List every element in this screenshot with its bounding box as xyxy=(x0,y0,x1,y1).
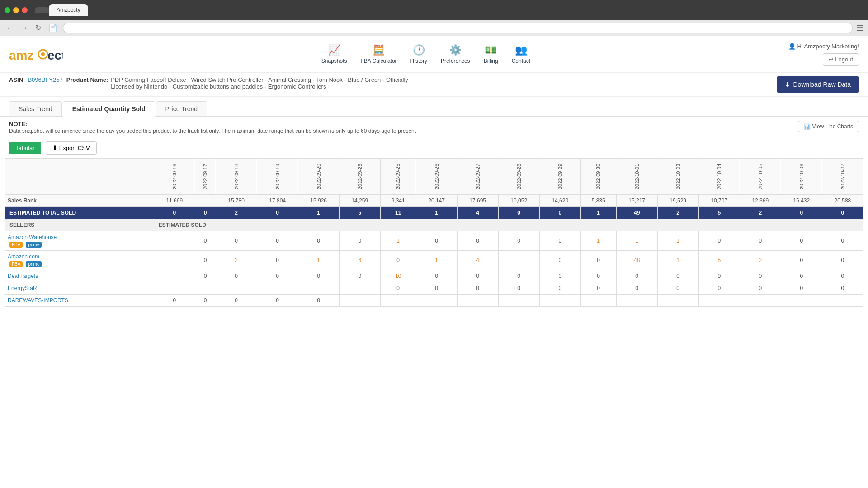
refresh-button[interactable]: ↻ xyxy=(33,23,43,33)
seller-value-cell: 0 xyxy=(498,270,539,282)
estimated-total-value: 2 xyxy=(216,207,257,219)
sales-rank-value: 17,804 xyxy=(257,195,298,207)
nav-snapshots[interactable]: 📈 Snapshots xyxy=(321,44,347,64)
seller-value-cell: 0 xyxy=(457,282,498,295)
seller-value-cell xyxy=(154,251,195,270)
snapshots-icon: 📈 xyxy=(328,44,340,56)
sales-rank-value: 10,052 xyxy=(498,195,539,207)
svg-text:amz: amz xyxy=(9,48,33,62)
seller-value-cell: 0 xyxy=(781,282,822,295)
nav-history[interactable]: 🕐 History xyxy=(410,44,427,64)
sellers-column-header: SELLERS xyxy=(5,219,154,231)
sales-rank-value: 20,147 xyxy=(416,195,457,207)
seller-value-cell: 0 xyxy=(580,251,616,270)
nav-preferences[interactable]: ⚙️ Preferences xyxy=(441,44,470,64)
seller-value-cell: 0 xyxy=(257,295,298,307)
seller-value-cell: 0 xyxy=(781,270,822,282)
seller-name-link[interactable]: Deal Targets xyxy=(8,273,151,279)
download-raw-data-button[interactable]: ⬇ Download Raw Data xyxy=(777,76,859,93)
maximize-button[interactable] xyxy=(5,7,10,13)
nav-fba-calculator[interactable]: 🧮 FBA Calculator xyxy=(361,44,397,64)
seller-value-cell xyxy=(257,282,298,295)
export-csv-button[interactable]: ⬇ Export CSV xyxy=(46,141,97,155)
home-button[interactable]: 📄 xyxy=(47,23,59,33)
seller-name-link[interactable]: EnergyStaR xyxy=(8,285,151,291)
asin-item: ASIN: B096BFY257 xyxy=(9,76,63,90)
seller-value-cell xyxy=(416,295,457,307)
tabular-button[interactable]: Tabular xyxy=(9,142,41,154)
product-name-item: Product Name: PDP Gaming Faceoff Deluxe+… xyxy=(66,76,427,90)
seller-value-cell: 0 xyxy=(616,270,657,282)
billing-icon: 💵 xyxy=(485,44,497,56)
seller-name-cell: Amazon.comFBAprime xyxy=(5,251,154,270)
app-container: amz ecty 📈 Snapshots 🧮 FBA Calculator 🕐 … xyxy=(0,36,868,488)
seller-value-cell: 0 xyxy=(822,270,863,282)
nav-billing[interactable]: 💵 Billing xyxy=(484,44,498,64)
date-column-header: 2022-10-05 xyxy=(740,159,781,195)
seller-value-cell xyxy=(216,282,257,295)
seller-value-cell: 0 xyxy=(457,231,498,251)
svg-point-2 xyxy=(41,52,45,56)
estimated-total-value: 0 xyxy=(781,207,822,219)
seller-value-cell xyxy=(195,282,216,295)
date-column-header: 2022-09-16 xyxy=(154,159,195,195)
seller-value-cell: 0 xyxy=(339,270,380,282)
active-tab[interactable]: Amzpecty xyxy=(49,4,88,16)
sales-rank-value: 9,341 xyxy=(380,195,416,207)
seller-value-cell: 0 xyxy=(616,282,657,295)
seller-name-link[interactable]: Amazon.com xyxy=(8,253,151,260)
seller-value-cell xyxy=(339,282,380,295)
history-icon: 🕐 xyxy=(413,44,425,56)
sales-rank-value: 15,217 xyxy=(616,195,657,207)
logout-button[interactable]: ↩ Logout xyxy=(823,53,859,66)
logo: amz ecty xyxy=(9,41,63,68)
address-bar[interactable] xyxy=(63,23,853,33)
seller-value-cell: 1 xyxy=(380,231,416,251)
seller-name-link[interactable]: RAREWAVES-IMPORTS xyxy=(8,297,151,304)
nav-contact[interactable]: 👥 Contact xyxy=(512,44,530,64)
seller-name-cell: Deal Targets xyxy=(5,270,154,282)
estimated-total-value: 49 xyxy=(616,207,657,219)
menu-icon[interactable]: ☰ xyxy=(856,23,863,33)
forward-button[interactable]: → xyxy=(19,23,30,33)
seller-value-cell: 0 xyxy=(257,251,298,270)
inactive-tab[interactable] xyxy=(35,7,49,13)
sales-rank-value: 16,432 xyxy=(781,195,822,207)
seller-name-link[interactable]: Amazon Warehouse xyxy=(8,234,151,240)
seller-value-cell xyxy=(298,282,339,295)
estimated-total-value: 1 xyxy=(298,207,339,219)
minimize-button[interactable] xyxy=(13,7,19,13)
sales-rank-label: Sales Rank xyxy=(5,195,154,207)
sales-rank-value: 15,926 xyxy=(298,195,339,207)
date-column-header: 2022-10-07 xyxy=(822,159,863,195)
seller-value-cell: 0 xyxy=(539,251,580,270)
seller-value-cell: 4 xyxy=(457,251,498,270)
close-button[interactable] xyxy=(22,7,28,13)
tab-price-trend[interactable]: Price Trend xyxy=(156,101,208,116)
seller-value-cell xyxy=(457,295,498,307)
seller-row: Deal Targets000001000000000000 xyxy=(5,270,863,282)
estimated-total-value: 0 xyxy=(195,207,216,219)
tab-estimated-quantity-sold[interactable]: Estimated Quantity Sold xyxy=(63,101,155,117)
tab-sales-trend[interactable]: Sales Trend xyxy=(9,101,62,116)
sales-rank-value: 15,780 xyxy=(216,195,257,207)
seller-value-cell: 0 xyxy=(740,231,781,251)
estimated-total-value: 0 xyxy=(498,207,539,219)
sales-rank-value: 11,669 xyxy=(154,195,195,207)
seller-value-cell: 0 xyxy=(195,231,216,251)
estimated-total-value: 2 xyxy=(740,207,781,219)
seller-value-cell: 0 xyxy=(216,270,257,282)
window-controls xyxy=(5,7,28,13)
back-button[interactable]: ← xyxy=(5,23,15,33)
seller-value-cell: 0 xyxy=(498,282,539,295)
estimated-total-value: 4 xyxy=(457,207,498,219)
date-column-header: 2022-10-01 xyxy=(616,159,657,195)
date-column-header: 2022-10-04 xyxy=(698,159,740,195)
view-line-charts-button[interactable]: 📊 View Line Charts xyxy=(798,121,859,132)
seller-value-cell xyxy=(580,295,616,307)
seller-row: RAREWAVES-IMPORTS00000 xyxy=(5,295,863,307)
date-column-header: 2022-09-17 xyxy=(195,159,216,195)
date-column-header: 2022-09-19 xyxy=(257,159,298,195)
seller-row: Amazon WarehouseFBAprime0000010000111000… xyxy=(5,231,863,251)
fba-calculator-icon: 🧮 xyxy=(373,44,385,56)
